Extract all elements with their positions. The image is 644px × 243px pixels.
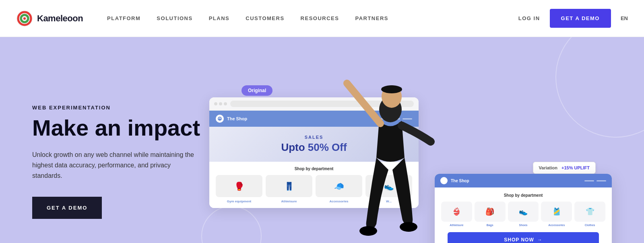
hero-description: Unlock growth on any web channel while m… bbox=[32, 150, 201, 181]
var-img-clothes: 👕 bbox=[574, 202, 605, 222]
var-shop-name: The Shop bbox=[451, 179, 469, 183]
var-img-athleisure: 👙 bbox=[441, 202, 472, 222]
variation-mockup: The Shop Shop by department 👙 Athleisure… bbox=[435, 174, 612, 243]
var-label-shoes: Shoes bbox=[508, 224, 539, 227]
nav-links: PLATFORM SOLUTIONS PLANS CUSTOMERS RESOU… bbox=[107, 15, 518, 21]
var-label-accessories: Accessories bbox=[541, 224, 572, 227]
shop-name: The Shop bbox=[227, 116, 247, 121]
var-nav-line-1 bbox=[584, 180, 594, 181]
nav-item-plans[interactable]: PLANS bbox=[209, 15, 230, 21]
nav-item-partners[interactable]: PARTNERS bbox=[355, 15, 388, 21]
dot-1 bbox=[214, 102, 217, 105]
var-label-clothes: Clothes bbox=[574, 224, 605, 227]
var-shop-logo bbox=[440, 177, 448, 184]
svg-point-4 bbox=[218, 117, 222, 121]
var-label-bags: Bags bbox=[475, 224, 506, 227]
shop-now-button[interactable]: SHOP NOW → bbox=[448, 232, 599, 243]
var-dept-section: Shop by department 👙 Athleisure 🎒 Bags 👟… bbox=[435, 187, 612, 243]
dept-item-gym: 🥊 Gym equipment bbox=[216, 175, 262, 203]
hero-tag: WEB EXPERIMENTATION bbox=[32, 105, 201, 111]
shop-logo-small bbox=[216, 115, 224, 123]
variation-badge: Variation +15% UPLIFT bbox=[533, 162, 596, 174]
hero-section: WEB EXPERIMENTATION Make an impact Unloc… bbox=[0, 37, 644, 243]
nav-demo-button[interactable]: GET A DEMO bbox=[550, 9, 611, 28]
dot-3 bbox=[224, 102, 227, 105]
dept-item-athleisure: 👖 Athleisure bbox=[266, 175, 312, 203]
var-label-athleisure: Athleisure bbox=[441, 224, 472, 227]
nav-item-platform[interactable]: PLATFORM bbox=[107, 15, 140, 21]
navbar: Kameleoon PLATFORM SOLUTIONS PLANS CUSTO… bbox=[0, 0, 644, 37]
hero-cta-button[interactable]: GET A DEMO bbox=[32, 197, 102, 219]
var-dept-clothes: 👕 Clothes bbox=[574, 202, 605, 227]
nav-right: LOG IN GET A DEMO EN bbox=[518, 9, 628, 28]
svg-point-6 bbox=[359, 226, 377, 236]
svg-rect-10 bbox=[382, 87, 402, 91]
original-badge: Original bbox=[242, 85, 272, 96]
var-img-shoes: 👟 bbox=[508, 202, 539, 222]
var-shop-nav bbox=[584, 180, 606, 181]
var-dept-accessories: 🎽 Accessories bbox=[541, 202, 572, 227]
shop-now-label: SHOP NOW bbox=[504, 237, 534, 243]
hero-title: Make an impact bbox=[32, 115, 201, 140]
var-dept-shoes: 👟 Shoes bbox=[508, 202, 539, 227]
dept-label-gym: Gym equipment bbox=[216, 200, 262, 203]
browser-dots bbox=[214, 102, 227, 105]
hero-left: WEB EXPERIMENTATION Make an impact Unloc… bbox=[32, 105, 201, 219]
variation-label: Variation bbox=[539, 165, 557, 170]
var-dept-bags: 🎒 Bags bbox=[475, 202, 506, 227]
logo-text: Kameleoon bbox=[37, 13, 83, 24]
nav-item-customers[interactable]: CUSTOMERS bbox=[246, 15, 284, 21]
var-dept-athleisure: 👙 Athleisure bbox=[441, 202, 472, 227]
var-img-accessories: 🎽 bbox=[541, 202, 572, 222]
var-dept-title: Shop by department bbox=[441, 193, 605, 198]
dot-2 bbox=[219, 102, 222, 105]
logo[interactable]: Kameleoon bbox=[16, 10, 83, 27]
login-link[interactable]: LOG IN bbox=[518, 15, 540, 21]
var-dept-items: 👙 Athleisure 🎒 Bags 👟 Shoes 🎽 Accessorie… bbox=[441, 202, 605, 227]
var-img-bags: 🎒 bbox=[475, 202, 506, 222]
variation-uplift: +15% UPLIFT bbox=[561, 165, 590, 170]
dept-img-athleisure: 👖 bbox=[266, 175, 312, 197]
logo-icon bbox=[16, 10, 33, 27]
arrow-right-icon: → bbox=[537, 237, 543, 243]
nav-item-solutions[interactable]: SOLUTIONS bbox=[157, 15, 192, 21]
dept-label-athleisure: Athleisure bbox=[266, 200, 312, 203]
svg-point-3 bbox=[23, 17, 26, 20]
dept-img-gym: 🥊 bbox=[216, 175, 262, 197]
hero-right: Original The Shop bbox=[201, 61, 612, 243]
svg-point-7 bbox=[400, 222, 417, 232]
nav-item-resources[interactable]: RESOURCES bbox=[301, 15, 339, 21]
language-selector[interactable]: EN bbox=[621, 15, 628, 21]
var-shop-header: The Shop bbox=[435, 174, 612, 187]
var-nav-line-2 bbox=[597, 180, 606, 181]
